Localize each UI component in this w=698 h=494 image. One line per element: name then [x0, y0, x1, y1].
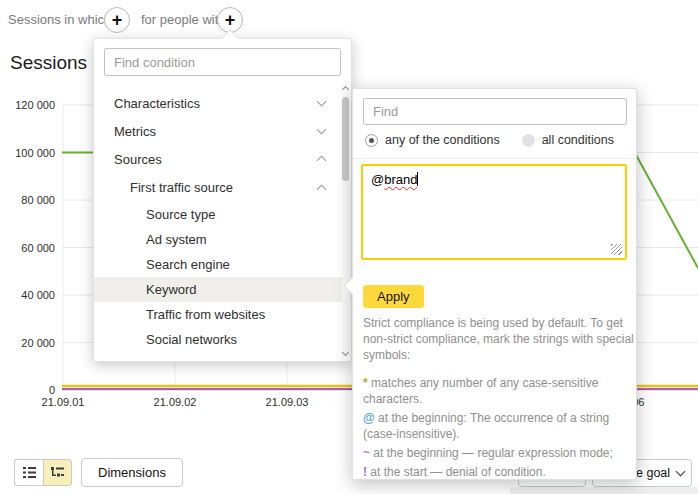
- x-axis-label: 21.09.02: [154, 396, 197, 408]
- keyword-find-input[interactable]: [363, 98, 627, 125]
- x-axis-label: 21.09.01: [42, 396, 85, 408]
- radio-all-label[interactable]: all conditions: [542, 133, 614, 147]
- tree-view-icon: [50, 466, 65, 479]
- rule-text: at the start — denial of condition.: [367, 465, 546, 479]
- keyword-conditions-textarea[interactable]: @brand: [361, 164, 627, 260]
- resize-handle-icon[interactable]: [611, 244, 622, 255]
- condition-item-label: Source type: [146, 207, 215, 222]
- sessions-in-which-label: Sessions in which: [8, 12, 111, 27]
- dropdown-scrollbar[interactable]: [342, 85, 350, 357]
- chevron-up-icon: [317, 156, 327, 166]
- y-axis-label: 0: [0, 383, 55, 397]
- plus-icon: +: [112, 11, 123, 29]
- condition-item-search-engine[interactable]: Search engine: [94, 252, 351, 277]
- bottom-band: [510, 487, 698, 494]
- condition-item-label: Characteristics: [114, 96, 200, 111]
- condition-item-label: Metrics: [114, 124, 156, 139]
- condition-item-metrics[interactable]: Metrics: [94, 117, 351, 145]
- rule-text: at the beginning: The occurrence of a st…: [363, 411, 609, 441]
- special-symbol: @: [363, 411, 375, 425]
- y-axis-label: 120 000: [0, 98, 55, 112]
- radio-any-label[interactable]: any of the conditions: [385, 133, 500, 147]
- scroll-down-icon[interactable]: [342, 349, 349, 356]
- rule-text: matches any number of any case-sensitive…: [363, 376, 598, 406]
- view-toggle: [14, 459, 72, 486]
- misspelled-word: brand: [384, 172, 417, 187]
- condition-item-label: Keyword: [146, 282, 197, 297]
- list-view-button[interactable]: [14, 459, 43, 486]
- conditions-mode-radios: any of the conditions all conditions: [365, 133, 636, 147]
- condition-dropdown-panel: CharacteristicsMetricsSourcesFirst traff…: [93, 38, 352, 362]
- radio-any-selected[interactable]: [365, 134, 378, 147]
- help-intro: Strict compliance is being used by defau…: [363, 315, 635, 363]
- symbol-rule: ~ at the beginning — regular expression …: [363, 445, 635, 461]
- chevron-down-icon: [676, 467, 686, 477]
- for-people-with-label: for people with: [141, 12, 226, 27]
- condition-item-label: Ad system: [146, 232, 207, 247]
- plus-icon: +: [225, 11, 236, 29]
- condition-item-characteristics[interactable]: Characteristics: [94, 89, 351, 117]
- help-text: Strict compliance is being used by defau…: [363, 315, 635, 483]
- y-axis-label: 40 000: [0, 288, 55, 302]
- apply-button[interactable]: Apply: [363, 285, 424, 308]
- chevron-up-icon: [317, 184, 327, 194]
- symbol-rules: * matches any number of any case-sensiti…: [363, 375, 635, 480]
- list-view-icon: [22, 466, 37, 479]
- chevron-down-icon: [317, 97, 327, 107]
- condition-item-sources[interactable]: Sources: [94, 145, 351, 173]
- symbol-rule: * matches any number of any case-sensiti…: [363, 375, 635, 407]
- divider: [353, 158, 636, 159]
- condition-item-ad-system[interactable]: Ad system: [94, 227, 351, 252]
- condition-item-label: First traffic source: [130, 180, 233, 195]
- y-axis-label: 20 000: [0, 336, 55, 350]
- special-symbol: ~: [363, 446, 370, 460]
- scrollbar-thumb[interactable]: [342, 97, 349, 181]
- radio-all-unselected[interactable]: [522, 134, 535, 147]
- condition-item-label: Traffic from websites: [146, 307, 265, 322]
- y-axis-label: 60 000: [0, 241, 55, 255]
- page-title: Sessions: [10, 52, 87, 74]
- add-session-condition-button[interactable]: +: [104, 7, 130, 33]
- y-axis-label: 100 000: [0, 146, 55, 160]
- keyword-condition-popup: any of the conditions all conditions @br…: [352, 88, 637, 480]
- condition-item-label: Sources: [114, 152, 162, 167]
- find-condition-input[interactable]: [104, 48, 341, 76]
- condition-item-traffic-from-websites[interactable]: Traffic from websites: [94, 302, 351, 327]
- textarea-value: @brand: [371, 172, 417, 187]
- metrica-segment-page: Sessions in which + for people with + Se…: [0, 0, 698, 494]
- symbol-rule: ! at the start — denial of condition.: [363, 464, 635, 480]
- condition-item-source-type[interactable]: Source type: [94, 202, 351, 227]
- condition-item-keyword[interactable]: Keyword: [94, 277, 351, 302]
- dimensions-button[interactable]: Dimensions: [81, 458, 183, 487]
- chevron-down-icon: [317, 125, 327, 135]
- symbol-rule: @ at the beginning: The occurrence of a …: [363, 410, 635, 442]
- tree-view-button[interactable]: [43, 459, 72, 486]
- condition-item-label: Social networks: [146, 332, 237, 347]
- condition-item-label: Search engine: [146, 257, 230, 272]
- condition-item-first-traffic-source[interactable]: First traffic source: [94, 173, 351, 202]
- condition-item-social-networks[interactable]: Social networks: [94, 327, 351, 352]
- x-axis-label: 21.09.03: [266, 396, 309, 408]
- text-cursor: [417, 172, 418, 186]
- condition-list: CharacteristicsMetricsSourcesFirst traff…: [94, 89, 351, 352]
- y-axis-label: 80 000: [0, 193, 55, 207]
- dropdown-notch: [222, 30, 239, 47]
- rule-text: at the beginning — regular expression mo…: [370, 446, 613, 460]
- scroll-up-icon[interactable]: [342, 86, 349, 93]
